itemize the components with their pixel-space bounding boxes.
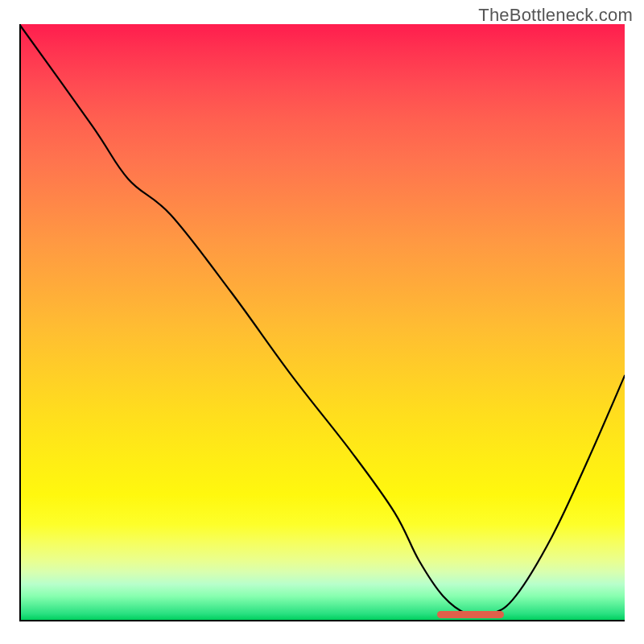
y-axis-line — [19, 24, 21, 621]
chart-curve-svg — [19, 24, 625, 620]
chart-plot-area — [19, 24, 625, 620]
x-axis-line — [19, 620, 625, 621]
optimal-range-marker — [437, 611, 504, 618]
bottleneck-curve-line — [19, 24, 625, 617]
watermark-text: TheBottleneck.com — [478, 5, 633, 26]
